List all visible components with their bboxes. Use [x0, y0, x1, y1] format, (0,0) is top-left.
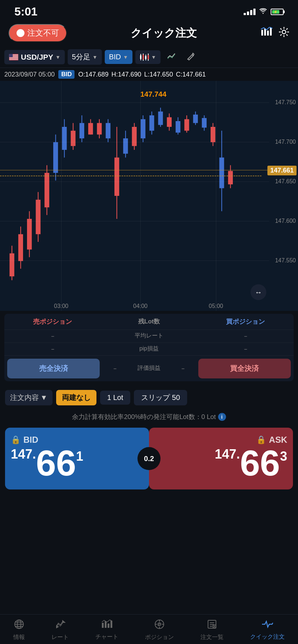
- bottom-navigation: 情報 レート チャート: [0, 614, 298, 644]
- svg-rect-56: [141, 119, 145, 138]
- open-value: O:147.689: [78, 71, 108, 78]
- chart-settings-icon[interactable]: [261, 27, 273, 40]
- svg-rect-88: [110, 621, 112, 628]
- svg-rect-68: [193, 115, 198, 123]
- price-label-700: 147.700: [275, 139, 296, 145]
- chart-type-selector[interactable]: ▼: [135, 50, 161, 64]
- rate-label: 平均レート: [101, 330, 197, 342]
- svg-rect-12: [9, 54, 13, 57]
- hedge-button[interactable]: 両建なし: [56, 390, 96, 405]
- svg-rect-2: [267, 31, 269, 36]
- low-value: L:147.650: [144, 71, 173, 78]
- svg-rect-36: [53, 142, 58, 173]
- header: 注文不可 クイック注文: [0, 21, 298, 46]
- status-icons: ⚡: [244, 8, 284, 16]
- svg-text:P: P: [158, 622, 160, 627]
- svg-rect-64: [176, 121, 180, 133]
- nav-item-info[interactable]: 情報: [10, 619, 28, 641]
- chart-container[interactable]: 03:00 04:00 05:00 147.750 147.700 147.65…: [0, 81, 298, 311]
- buy-close-button[interactable]: 買全決済: [198, 359, 291, 378]
- svg-rect-66: [184, 119, 189, 131]
- price-type-selector[interactable]: BID ▼: [105, 50, 132, 64]
- nav-item-quick-order[interactable]: クイック注文: [247, 619, 288, 641]
- svg-rect-38: [62, 127, 67, 150]
- order-content-bar: 注文内容 ▼ 両建なし 1 Lot スリップ 50: [0, 386, 298, 410]
- svg-rect-54: [132, 127, 137, 146]
- pricetype-chevron: ▼: [123, 54, 128, 60]
- svg-rect-11: [9, 59, 18, 60]
- svg-marker-83: [63, 621, 65, 622]
- wifi-icon: [259, 8, 267, 16]
- sell-rate-value: －: [4, 343, 101, 355]
- indicator-button[interactable]: [163, 50, 180, 64]
- high-value: H:147.690: [112, 71, 141, 78]
- order-unavailable-button[interactable]: 注文不可: [9, 24, 67, 42]
- orders-icon: [207, 619, 217, 632]
- battery-icon: ⚡: [271, 9, 284, 15]
- chart-info-bar: 2023/09/07 05:00 BID O:147.689 H:147.690…: [0, 68, 298, 81]
- svg-rect-86: [105, 621, 107, 628]
- svg-rect-13: [140, 55, 141, 59]
- lot-button[interactable]: 1 Lot: [100, 391, 130, 405]
- svg-rect-62: [167, 117, 172, 127]
- grid-line: [0, 181, 269, 182]
- svg-rect-52: [123, 138, 128, 154]
- expand-chart-button[interactable]: ↔: [250, 284, 266, 300]
- candlestick-chart: [0, 81, 298, 311]
- svg-point-4: [282, 30, 286, 34]
- buy-lot-value: －: [197, 330, 294, 342]
- bid-button[interactable]: 🔒 BID 147. 66 1: [5, 428, 149, 489]
- buy-pip-value: －: [171, 362, 195, 375]
- toolbar: USD/JPY ▼ 5分足 ▼ BID ▼: [0, 46, 298, 68]
- svg-rect-28: [18, 234, 23, 261]
- svg-rect-48: [106, 123, 110, 138]
- nav-label-info: 情報: [13, 634, 25, 641]
- bid-lock-icon: 🔒: [11, 435, 21, 445]
- nav-item-orders[interactable]: 注文一覧: [197, 619, 227, 641]
- position-grid: 売ポジション 残Lot数 買ポジション － 平均レート － － pip損益 － …: [4, 314, 294, 381]
- draw-button[interactable]: [183, 50, 199, 65]
- sell-position-header: 売ポジション: [4, 314, 101, 330]
- quick-order-icon: [261, 619, 274, 632]
- nav-item-chart[interactable]: チャート: [92, 619, 122, 641]
- svg-rect-72: [211, 127, 215, 142]
- time-label-0300: 03:00: [54, 303, 68, 309]
- sell-lot-value: －: [4, 330, 101, 342]
- svg-rect-85: [102, 623, 104, 628]
- order-unavailable-dot: [17, 29, 24, 37]
- svg-rect-50: [114, 157, 119, 196]
- charttype-chevron: ▼: [151, 54, 156, 60]
- nav-label-position: ポジション: [145, 634, 174, 641]
- svg-rect-3: [270, 28, 272, 36]
- grid-line-v: [140, 81, 141, 311]
- current-price-label: 147.661: [267, 166, 297, 175]
- chart-nav-icon: [101, 619, 113, 632]
- nav-item-rates[interactable]: レート: [48, 619, 72, 641]
- eval-label: 評価損益: [127, 362, 171, 375]
- info-text: 余力計算有効比率200%時の発注可能Lot数：0 Lot i: [0, 410, 298, 424]
- order-content-dropdown[interactable]: 注文内容 ▼: [5, 390, 53, 405]
- ask-button[interactable]: 🔒 ASK 147. 66 3: [149, 428, 293, 489]
- svg-marker-84: [57, 626, 58, 628]
- grid-line-v: [61, 81, 62, 311]
- timeframe-selector[interactable]: 5分足 ▼: [68, 49, 102, 65]
- svg-rect-70: [202, 118, 207, 128]
- nav-item-position[interactable]: P ポジション: [141, 619, 177, 641]
- timeframe-chevron: ▼: [92, 54, 98, 60]
- svg-rect-0: [261, 30, 263, 36]
- svg-rect-19: [145, 56, 146, 59]
- settings-icon[interactable]: [279, 27, 289, 40]
- bid-ask-container: 🔒 BID 147. 66 1 0.2 🔒 ASK 147. 66 3: [0, 424, 298, 493]
- grid-line: [0, 102, 269, 103]
- globe-icon: [14, 619, 24, 632]
- sell-close-button[interactable]: 売全決済: [7, 359, 100, 378]
- slip-button[interactable]: スリップ 50: [134, 390, 187, 405]
- svg-rect-74: [219, 157, 224, 188]
- currency-pair-selector[interactable]: USD/JPY ▼: [4, 50, 65, 64]
- grid-line: [0, 142, 269, 142]
- price-label-550: 147.550: [275, 257, 296, 264]
- svg-rect-30: [27, 219, 32, 249]
- price-label-750: 147.750: [275, 99, 296, 106]
- bid-price: 147. 66 1: [11, 445, 83, 481]
- order-content-chevron: ▼: [40, 394, 48, 402]
